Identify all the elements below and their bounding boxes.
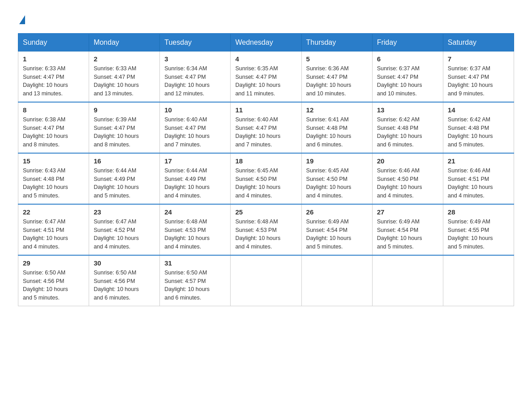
day-header-thursday: Thursday bbox=[301, 34, 372, 51]
logo bbox=[18, 13, 25, 24]
day-info: Sunrise: 6:49 AMSunset: 4:55 PMDaylight:… bbox=[448, 218, 493, 250]
calendar-cell: 28 Sunrise: 6:49 AMSunset: 4:55 PMDaylig… bbox=[443, 204, 514, 255]
calendar-cell bbox=[443, 255, 514, 306]
day-info: Sunrise: 6:49 AMSunset: 4:54 PMDaylight:… bbox=[306, 218, 352, 250]
calendar-week-row: 1 Sunrise: 6:33 AMSunset: 4:47 PMDayligh… bbox=[18, 51, 514, 102]
day-info: Sunrise: 6:39 AMSunset: 4:47 PMDaylight:… bbox=[94, 116, 139, 148]
day-info: Sunrise: 6:44 AMSunset: 4:49 PMDaylight:… bbox=[164, 167, 210, 199]
day-info: Sunrise: 6:47 AMSunset: 4:52 PMDaylight:… bbox=[94, 218, 139, 250]
calendar-cell: 19 Sunrise: 6:45 AMSunset: 4:50 PMDaylig… bbox=[301, 153, 372, 204]
day-number: 11 bbox=[235, 106, 296, 114]
day-info: Sunrise: 6:38 AMSunset: 4:47 PMDaylight:… bbox=[23, 116, 68, 148]
calendar-cell: 23 Sunrise: 6:47 AMSunset: 4:52 PMDaylig… bbox=[89, 204, 160, 255]
day-header-monday: Monday bbox=[89, 34, 160, 51]
calendar-week-row: 8 Sunrise: 6:38 AMSunset: 4:47 PMDayligh… bbox=[18, 102, 514, 153]
day-number: 28 bbox=[448, 208, 509, 216]
calendar-cell: 25 Sunrise: 6:48 AMSunset: 4:53 PMDaylig… bbox=[231, 204, 301, 255]
page-header bbox=[18, 13, 514, 24]
day-info: Sunrise: 6:46 AMSunset: 4:51 PMDaylight:… bbox=[448, 167, 493, 199]
day-info: Sunrise: 6:42 AMSunset: 4:48 PMDaylight:… bbox=[377, 116, 422, 148]
calendar-cell: 15 Sunrise: 6:43 AMSunset: 4:48 PMDaylig… bbox=[18, 153, 89, 204]
calendar-cell: 9 Sunrise: 6:39 AMSunset: 4:47 PMDayligh… bbox=[89, 102, 160, 153]
day-number: 19 bbox=[306, 157, 368, 165]
calendar-cell: 4 Sunrise: 6:35 AMSunset: 4:47 PMDayligh… bbox=[231, 51, 301, 102]
day-header-saturday: Saturday bbox=[443, 34, 514, 51]
day-number: 6 bbox=[377, 55, 438, 63]
day-header-friday: Friday bbox=[372, 34, 443, 51]
calendar-cell: 22 Sunrise: 6:47 AMSunset: 4:51 PMDaylig… bbox=[18, 204, 89, 255]
calendar-cell: 2 Sunrise: 6:33 AMSunset: 4:47 PMDayligh… bbox=[89, 51, 160, 102]
calendar-cell: 16 Sunrise: 6:44 AMSunset: 4:49 PMDaylig… bbox=[89, 153, 160, 204]
day-number: 12 bbox=[306, 106, 368, 114]
day-info: Sunrise: 6:41 AMSunset: 4:48 PMDaylight:… bbox=[306, 116, 352, 148]
day-number: 1 bbox=[23, 55, 84, 63]
day-number: 18 bbox=[235, 157, 296, 165]
day-info: Sunrise: 6:33 AMSunset: 4:47 PMDaylight:… bbox=[23, 65, 68, 97]
calendar-cell: 14 Sunrise: 6:42 AMSunset: 4:48 PMDaylig… bbox=[443, 102, 514, 153]
calendar-cell bbox=[372, 255, 443, 306]
day-number: 16 bbox=[94, 157, 155, 165]
calendar-cell: 10 Sunrise: 6:40 AMSunset: 4:47 PMDaylig… bbox=[160, 102, 231, 153]
day-number: 24 bbox=[164, 208, 226, 216]
day-number: 27 bbox=[377, 208, 438, 216]
day-info: Sunrise: 6:34 AMSunset: 4:47 PMDaylight:… bbox=[164, 65, 210, 97]
day-info: Sunrise: 6:35 AMSunset: 4:47 PMDaylight:… bbox=[235, 65, 280, 97]
day-info: Sunrise: 6:40 AMSunset: 4:47 PMDaylight:… bbox=[164, 116, 210, 148]
calendar-cell: 24 Sunrise: 6:48 AMSunset: 4:53 PMDaylig… bbox=[160, 204, 231, 255]
day-info: Sunrise: 6:46 AMSunset: 4:50 PMDaylight:… bbox=[377, 167, 422, 199]
calendar-cell: 31 Sunrise: 6:50 AMSunset: 4:57 PMDaylig… bbox=[160, 255, 231, 306]
calendar-week-row: 15 Sunrise: 6:43 AMSunset: 4:48 PMDaylig… bbox=[18, 153, 514, 204]
day-info: Sunrise: 6:49 AMSunset: 4:54 PMDaylight:… bbox=[377, 218, 422, 250]
day-header-tuesday: Tuesday bbox=[160, 34, 231, 51]
day-info: Sunrise: 6:45 AMSunset: 4:50 PMDaylight:… bbox=[235, 167, 280, 199]
day-number: 29 bbox=[23, 259, 84, 267]
day-number: 3 bbox=[164, 55, 226, 63]
calendar-cell: 3 Sunrise: 6:34 AMSunset: 4:47 PMDayligh… bbox=[160, 51, 231, 102]
day-number: 30 bbox=[94, 259, 155, 267]
day-header-wednesday: Wednesday bbox=[231, 34, 301, 51]
calendar-header-row: SundayMondayTuesdayWednesdayThursdayFrid… bbox=[18, 34, 514, 51]
day-number: 14 bbox=[448, 106, 509, 114]
calendar-cell: 5 Sunrise: 6:36 AMSunset: 4:47 PMDayligh… bbox=[301, 51, 372, 102]
day-info: Sunrise: 6:50 AMSunset: 4:56 PMDaylight:… bbox=[94, 270, 139, 301]
calendar-cell: 17 Sunrise: 6:44 AMSunset: 4:49 PMDaylig… bbox=[160, 153, 231, 204]
day-number: 2 bbox=[94, 55, 155, 63]
calendar-table: SundayMondayTuesdayWednesdayThursdayFrid… bbox=[18, 33, 514, 306]
day-info: Sunrise: 6:42 AMSunset: 4:48 PMDaylight:… bbox=[448, 116, 493, 148]
calendar-cell: 20 Sunrise: 6:46 AMSunset: 4:50 PMDaylig… bbox=[372, 153, 443, 204]
calendar-cell: 26 Sunrise: 6:49 AMSunset: 4:54 PMDaylig… bbox=[301, 204, 372, 255]
day-number: 5 bbox=[306, 55, 368, 63]
day-info: Sunrise: 6:45 AMSunset: 4:50 PMDaylight:… bbox=[306, 167, 352, 199]
day-info: Sunrise: 6:50 AMSunset: 4:57 PMDaylight:… bbox=[164, 270, 210, 301]
day-header-sunday: Sunday bbox=[18, 34, 89, 51]
calendar-cell: 1 Sunrise: 6:33 AMSunset: 4:47 PMDayligh… bbox=[18, 51, 89, 102]
calendar-cell bbox=[231, 255, 301, 306]
day-number: 10 bbox=[164, 106, 226, 114]
day-number: 8 bbox=[23, 106, 84, 114]
calendar-cell: 21 Sunrise: 6:46 AMSunset: 4:51 PMDaylig… bbox=[443, 153, 514, 204]
day-info: Sunrise: 6:36 AMSunset: 4:47 PMDaylight:… bbox=[306, 65, 352, 97]
day-info: Sunrise: 6:43 AMSunset: 4:48 PMDaylight:… bbox=[23, 167, 68, 199]
day-number: 23 bbox=[94, 208, 155, 216]
calendar-cell: 8 Sunrise: 6:38 AMSunset: 4:47 PMDayligh… bbox=[18, 102, 89, 153]
calendar-cell: 29 Sunrise: 6:50 AMSunset: 4:56 PMDaylig… bbox=[18, 255, 89, 306]
day-number: 9 bbox=[94, 106, 155, 114]
day-info: Sunrise: 6:37 AMSunset: 4:47 PMDaylight:… bbox=[448, 65, 493, 97]
day-number: 20 bbox=[377, 157, 438, 165]
day-info: Sunrise: 6:40 AMSunset: 4:47 PMDaylight:… bbox=[235, 116, 280, 148]
day-number: 31 bbox=[164, 259, 226, 267]
day-number: 21 bbox=[448, 157, 509, 165]
day-info: Sunrise: 6:44 AMSunset: 4:49 PMDaylight:… bbox=[94, 167, 139, 199]
calendar-cell: 30 Sunrise: 6:50 AMSunset: 4:56 PMDaylig… bbox=[89, 255, 160, 306]
calendar-cell: 6 Sunrise: 6:37 AMSunset: 4:47 PMDayligh… bbox=[372, 51, 443, 102]
calendar-cell: 7 Sunrise: 6:37 AMSunset: 4:47 PMDayligh… bbox=[443, 51, 514, 102]
day-info: Sunrise: 6:50 AMSunset: 4:56 PMDaylight:… bbox=[23, 270, 68, 301]
day-info: Sunrise: 6:33 AMSunset: 4:47 PMDaylight:… bbox=[94, 65, 139, 97]
calendar-week-row: 22 Sunrise: 6:47 AMSunset: 4:51 PMDaylig… bbox=[18, 204, 514, 255]
calendar-cell bbox=[301, 255, 372, 306]
day-number: 25 bbox=[235, 208, 296, 216]
calendar-cell: 12 Sunrise: 6:41 AMSunset: 4:48 PMDaylig… bbox=[301, 102, 372, 153]
calendar-cell: 11 Sunrise: 6:40 AMSunset: 4:47 PMDaylig… bbox=[231, 102, 301, 153]
calendar-cell: 18 Sunrise: 6:45 AMSunset: 4:50 PMDaylig… bbox=[231, 153, 301, 204]
day-info: Sunrise: 6:47 AMSunset: 4:51 PMDaylight:… bbox=[23, 218, 68, 250]
